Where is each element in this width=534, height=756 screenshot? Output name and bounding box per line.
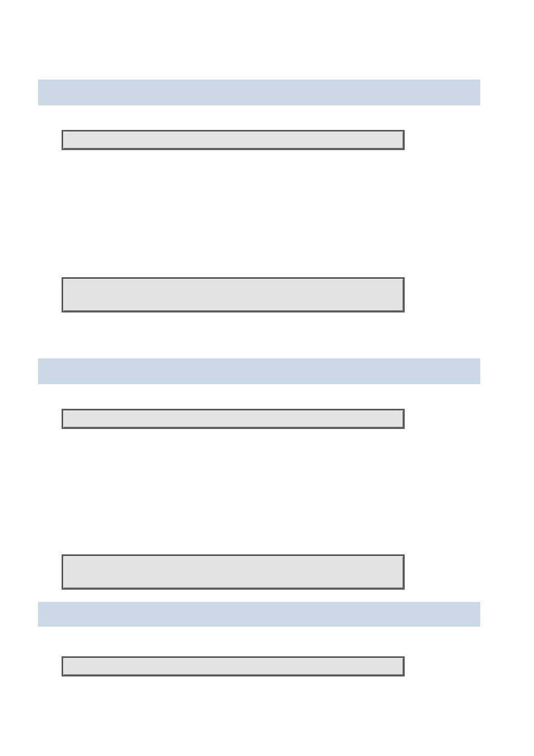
form-field-box[interactable] bbox=[62, 656, 405, 676]
form-field-box[interactable] bbox=[62, 554, 405, 590]
section-header-bar bbox=[38, 358, 480, 384]
section-header-bar bbox=[38, 602, 480, 627]
form-field-box[interactable] bbox=[62, 409, 405, 429]
form-field-box[interactable] bbox=[62, 277, 405, 312]
form-field-box[interactable] bbox=[62, 130, 405, 150]
section-header-bar bbox=[38, 80, 480, 105]
